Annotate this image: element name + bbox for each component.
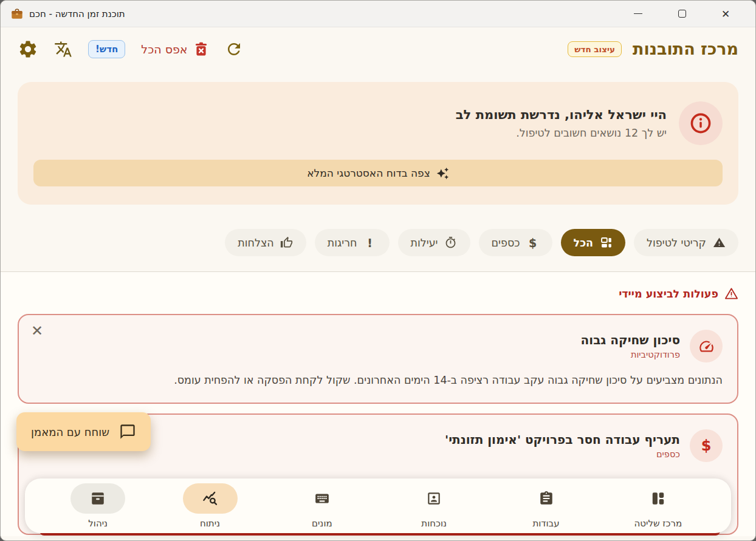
dollar-icon: $ (690, 429, 723, 462)
filter-chip-label: קריטי לטיפול (647, 237, 706, 249)
greeting-head: היי ישראל אליהו, נדרשת תשומת לב יש לך 12… (33, 100, 723, 146)
nav-item-label: ניהול (88, 518, 108, 529)
reset-all-button[interactable]: אפס הכל (141, 41, 208, 57)
minimize-icon (634, 13, 642, 15)
nav-item-management[interactable]: ניהול (67, 483, 128, 529)
nav-item-control-center[interactable]: מרכז שליטה (628, 483, 689, 529)
strategic-report-button[interactable]: צפה בדוח האסטרטגי המלא (33, 160, 723, 186)
nav-item-label: נוכחות (421, 518, 447, 529)
close-icon: ✕ (31, 322, 43, 339)
section-title-label: פעולות לביצוע מיידי (619, 288, 718, 300)
dollar-glyph: $ (701, 437, 712, 454)
filter-chip-critical[interactable]: קריטי לטיפול (634, 229, 738, 256)
info-icon (679, 101, 723, 145)
card-head: סיכון שחיקה גבוה פרודוקטיביות (33, 330, 723, 362)
insight-card-burnout: ✕ סיכון שחיקה גבוה פרודוקטיביות הנתונים … (18, 314, 738, 404)
archive-icon (70, 483, 125, 514)
warning-filled-icon (712, 236, 726, 249)
card-body: הנתונים מצביעים על סיכון שחיקה גבוה עקב … (33, 372, 723, 388)
card-title: תעריף עבודה חסר בפרויקט 'אימון תזונתי' (445, 432, 680, 447)
nav-item-label: ניתוח (200, 518, 220, 529)
chat-with-coach-label: שוחח עם המאמן (31, 426, 109, 438)
new-badge: חדש! (88, 40, 125, 58)
timer-icon (444, 236, 458, 249)
warning-outline-icon (724, 287, 738, 301)
strategic-report-label: צפה בדוח האסטרטגי המלא (307, 167, 430, 179)
settings-button[interactable] (18, 39, 38, 60)
filter-chip-successes[interactable]: הצלחות (225, 229, 306, 256)
page-header: מרכז התובנות עיצוב חדש אפס הכל חדש! (1, 27, 755, 66)
reset-all-label: אפס הכל (141, 43, 187, 56)
nav-item-counters[interactable]: מונים (292, 483, 352, 529)
close-icon: ✕ (721, 8, 730, 20)
refresh-icon (225, 40, 243, 58)
card-title: סיכון שחיקה גבוה (581, 333, 680, 347)
briefcase-icon (10, 7, 24, 21)
dashboard-icon (631, 483, 686, 514)
thumbs-up-icon (280, 236, 294, 249)
trash-icon (193, 41, 209, 57)
card-titles: תעריף עבודה חסר בפרויקט 'אימון תזונתי' כ… (445, 432, 680, 459)
nav-item-analytics[interactable]: ניתוח (180, 483, 241, 529)
grid-icon (599, 236, 613, 249)
gauge-icon (690, 330, 723, 362)
greeting-title: היי ישראל אליהו, נדרשת תשומת לב (456, 107, 667, 122)
chat-icon (119, 423, 136, 440)
analytics-icon (183, 483, 238, 514)
window-controls: ✕ (631, 7, 746, 21)
maximize-icon (678, 10, 686, 18)
greeting-subtitle: יש לך 12 נושאים חשובים לטיפול. (456, 127, 667, 139)
exclamation-icon: ! (363, 236, 377, 250)
app-window: תוכנת זמן החדשה - חכם ✕ מרכז התובנות עיצ… (0, 0, 756, 541)
filter-chip-finance[interactable]: $ כספים (479, 229, 552, 256)
bottom-nav: מרכז שליטה עבודות נוכחות מונים (25, 478, 731, 533)
filter-chip-label: הצלחות (238, 237, 273, 249)
sparkles-icon (436, 167, 449, 180)
filter-chip-all[interactable]: הכל (561, 229, 626, 256)
greeting-text: היי ישראל אליהו, נדרשת תשומת לב יש לך 12… (456, 107, 667, 139)
filter-chip-label: הכל (574, 237, 594, 249)
card-titles: סיכון שחיקה גבוה פרודוקטיביות (581, 333, 680, 359)
filter-bar: קריטי לטיפול הכל $ כספים יעילות (1, 205, 755, 271)
refresh-button[interactable] (225, 40, 243, 58)
card-category: פרודוקטיביות (581, 350, 680, 359)
tasks-icon (519, 483, 574, 514)
chat-with-coach-button[interactable]: שוחח עם המאמן (16, 412, 151, 451)
filter-chip-efficiency[interactable]: יעילות (398, 229, 470, 256)
window-title: תוכנת זמן החדשה - חכם (29, 9, 125, 19)
filter-chip-anomalies[interactable]: ! חריגות (315, 229, 390, 256)
minimize-button[interactable] (631, 7, 645, 21)
greeting-banner: היי ישראל אליהו, נדרשת תשומת לב יש לך 12… (18, 82, 738, 205)
page-title: מרכז התובנות (633, 38, 738, 60)
nav-item-label: עבודות (532, 518, 559, 529)
nav-item-label: מרכז שליטה (634, 518, 682, 529)
maximize-button[interactable] (675, 7, 689, 21)
dismiss-insight-button[interactable]: ✕ (31, 324, 43, 338)
attendance-icon (407, 483, 461, 514)
nav-item-jobs[interactable]: עבודות (516, 483, 577, 529)
card-category: כספים (445, 449, 680, 459)
filter-chip-label: יעילות (411, 237, 438, 249)
design-badge: עיצוב חדש (568, 41, 622, 57)
titlebar: תוכנת זמן החדשה - חכם ✕ (1, 1, 755, 27)
translate-button[interactable] (54, 40, 72, 58)
section-title: פעולות לביצוע מיידי (18, 287, 738, 301)
close-window-button[interactable]: ✕ (719, 7, 732, 21)
translate-icon (54, 40, 72, 58)
filter-chip-label: חריגות (328, 237, 357, 249)
nav-item-label: מונים (312, 518, 332, 529)
nav-item-attendance[interactable]: נוכחות (404, 483, 464, 529)
keyboard-icon (295, 483, 349, 514)
dollar-icon: $ (526, 236, 540, 250)
filter-chip-label: כספים (492, 237, 520, 249)
gear-icon (18, 39, 38, 60)
